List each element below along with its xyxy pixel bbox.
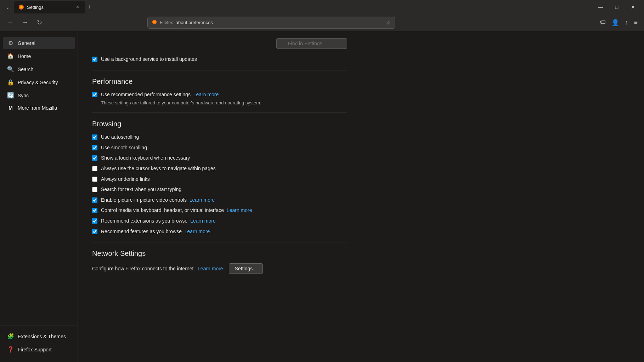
media-control-label: Control media via keyboard, headset, or … xyxy=(101,207,252,214)
media-control-learn-more-link[interactable]: Learn more xyxy=(227,207,252,213)
search-typing-label[interactable]: Search for text when you start typing xyxy=(101,186,181,193)
autoscroll-checkbox[interactable] xyxy=(92,134,97,140)
sidebar-label-home: Home xyxy=(18,53,31,59)
sidebar-item-home[interactable]: 🏠 Home xyxy=(3,50,75,62)
performance-learn-more-link[interactable]: Learn more xyxy=(193,92,219,97)
tab-bar: Settings ✕ + xyxy=(14,0,591,14)
sync-icon: 🔄 xyxy=(7,92,14,99)
tab-close-button[interactable]: ✕ xyxy=(74,4,81,10)
background-service-checkbox[interactable] xyxy=(92,57,97,62)
svg-point-2 xyxy=(21,6,22,8)
background-service-label[interactable]: Use a background service to install upda… xyxy=(101,56,197,63)
autoscroll-label[interactable]: Use autoscrolling xyxy=(101,134,139,141)
touch-keyboard-label[interactable]: Show a touch keyboard when necessary xyxy=(101,155,190,162)
svg-point-4 xyxy=(153,21,156,23)
navbar: ← → ↻ Firefox about:preferences ☆ 🏷 👤 ↑ … xyxy=(0,14,644,31)
account-icon[interactable]: 👤 xyxy=(609,17,621,29)
address-bar[interactable]: Firefox about:preferences ☆ xyxy=(147,17,395,29)
pip-checkbox[interactable] xyxy=(92,197,97,203)
forward-button[interactable]: → xyxy=(19,17,31,28)
recommend-extensions-label: Recommend extensions as you browse Learn… xyxy=(101,218,216,225)
home-icon: 🏠 xyxy=(7,53,14,59)
browsing-title: Browsing xyxy=(92,120,347,128)
sidebar-label-support: Firefox Support xyxy=(18,347,52,352)
sidebar-label-privacy: Privacy & Security xyxy=(18,80,58,85)
content-area: 🔍 Use a background service to install up… xyxy=(78,31,361,362)
tab-title: Settings xyxy=(27,5,72,10)
sidebar-item-sync[interactable]: 🔄 Sync xyxy=(3,89,75,102)
network-settings-row: Configure how Firefox connects to the in… xyxy=(92,263,347,274)
recommend-features-row: Recommend features as you browse Learn m… xyxy=(92,228,347,235)
recommend-features-label: Recommend features as you browse Learn m… xyxy=(101,228,210,235)
pocket-icon[interactable]: 🏷 xyxy=(597,17,608,28)
firefox-label: Firefox xyxy=(160,20,173,25)
network-settings-button[interactable]: Settings... xyxy=(229,263,263,274)
autoscroll-row: Use autoscrolling xyxy=(92,134,347,141)
recommend-extensions-learn-more-link[interactable]: Learn more xyxy=(190,218,216,224)
sidebar-bottom: 🧩 Extensions & Themes ❓ Firefox Support xyxy=(0,326,78,356)
refresh-button[interactable]: ↻ xyxy=(34,17,45,29)
cursor-keys-checkbox[interactable] xyxy=(92,166,97,171)
search-typing-checkbox[interactable] xyxy=(92,187,97,192)
sidebar-item-more[interactable]: M More from Mozilla xyxy=(3,102,75,114)
recommend-extensions-checkbox[interactable] xyxy=(92,218,97,224)
search-typing-row: Search for text when you start typing xyxy=(92,186,347,193)
menu-icon[interactable]: ≡ xyxy=(632,17,640,28)
sidebar-item-extensions[interactable]: 🧩 Extensions & Themes xyxy=(3,330,75,343)
new-tab-button[interactable]: + xyxy=(85,2,95,12)
window-controls: — □ ✕ xyxy=(592,0,641,14)
support-icon: ❓ xyxy=(7,346,14,353)
underline-links-checkbox[interactable] xyxy=(92,177,97,182)
search-nav-icon: 🔍 xyxy=(7,66,14,73)
sidebar-item-privacy[interactable]: 🔒 Privacy & Security xyxy=(3,76,75,88)
smooth-scroll-label[interactable]: Use smooth scrolling xyxy=(101,144,147,151)
network-settings-title: Network Settings xyxy=(92,249,347,258)
find-wrapper: 🔍 xyxy=(276,38,347,49)
recommended-settings-label: Use recommended performance settings Lea… xyxy=(101,91,219,98)
general-icon: ⚙ xyxy=(7,40,14,46)
settings-tab[interactable]: Settings ✕ xyxy=(14,1,85,13)
sidebar-label-more: More from Mozilla xyxy=(18,105,57,111)
sidebar-label-search: Search xyxy=(18,67,33,72)
underline-links-label[interactable]: Always underline links xyxy=(101,176,150,183)
performance-divider xyxy=(92,70,347,70)
recommend-features-checkbox[interactable] xyxy=(92,229,97,234)
touch-keyboard-row: Show a touch keyboard when necessary xyxy=(92,155,347,162)
smooth-scroll-row: Use smooth scrolling xyxy=(92,144,347,151)
main-container: ⚙ General 🏠 Home 🔍 Search 🔒 Privacy & Se… xyxy=(0,31,644,362)
network-learn-more-link[interactable]: Learn more xyxy=(198,266,223,271)
cursor-keys-row: Always use the cursor keys to navigate w… xyxy=(92,165,347,172)
bookmark-star-icon[interactable]: ☆ xyxy=(386,20,391,25)
sidebar-nav: ⚙ General 🏠 Home 🔍 Search 🔒 Privacy & Se… xyxy=(0,37,78,323)
sidebar-item-support[interactable]: ❓ Firefox Support xyxy=(3,343,75,356)
tab-list-button[interactable]: ⌄ xyxy=(3,3,13,11)
sidebar-item-general[interactable]: ⚙ General xyxy=(3,37,75,49)
share-icon[interactable]: ↑ xyxy=(623,17,630,28)
underline-links-row: Always underline links xyxy=(92,176,347,183)
back-button[interactable]: ← xyxy=(4,17,16,28)
cursor-keys-label[interactable]: Always use the cursor keys to navigate w… xyxy=(101,165,216,172)
browsing-divider xyxy=(92,113,347,113)
find-in-settings-input[interactable] xyxy=(276,38,347,49)
minimize-button[interactable]: — xyxy=(592,0,609,14)
recommend-extensions-row: Recommend extensions as you browse Learn… xyxy=(92,218,347,225)
touch-keyboard-checkbox[interactable] xyxy=(92,155,97,161)
recommended-settings-checkbox[interactable] xyxy=(92,92,97,97)
titlebar: ⌄ Settings ✕ + — □ ✕ xyxy=(0,0,644,14)
recommend-features-learn-more-link[interactable]: Learn more xyxy=(185,229,210,234)
pip-label: Enable picture-in-picture video controls… xyxy=(101,197,215,204)
url-display: about:preferences xyxy=(176,20,383,25)
sidebar-label-sync: Sync xyxy=(18,93,29,98)
sidebar-item-search[interactable]: 🔍 Search xyxy=(3,63,75,75)
media-control-checkbox[interactable] xyxy=(92,208,97,213)
recommended-settings-row: Use recommended performance settings Lea… xyxy=(92,91,347,98)
network-divider xyxy=(92,242,347,242)
mozilla-icon: M xyxy=(7,105,14,111)
sidebar-label-extensions: Extensions & Themes xyxy=(18,334,66,339)
close-button[interactable]: ✕ xyxy=(625,0,641,14)
maximize-button[interactable]: □ xyxy=(609,0,625,14)
smooth-scroll-checkbox[interactable] xyxy=(92,145,97,150)
titlebar-left: ⌄ xyxy=(3,3,13,11)
pip-learn-more-link[interactable]: Learn more xyxy=(190,197,215,203)
tab-favicon xyxy=(18,4,24,10)
